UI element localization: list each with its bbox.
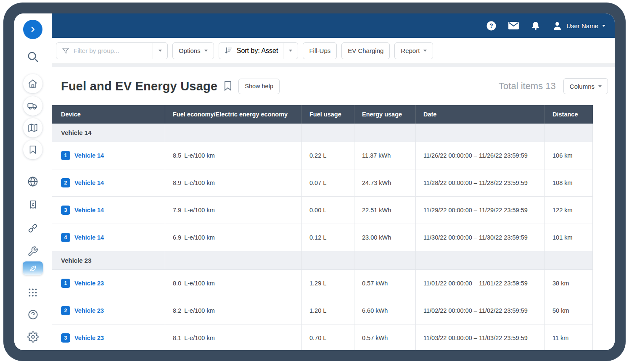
economy-value: 6.9 [173,234,181,241]
group-cell-empty [354,124,415,142]
column-header[interactable]: Energy usage [354,105,415,124]
group-cell-empty [165,251,301,269]
economy-cell: 8.0L-e/100 km [165,270,301,297]
columns-button[interactable]: Columns [563,78,608,94]
sidebar-item-sustainability[interactable] [23,261,43,275]
total-items: Total items 13 [499,81,556,92]
distance-cell: 106 km [544,142,593,169]
device-link[interactable]: Vehicle 23 [74,335,104,341]
column-header[interactable]: Device [52,105,165,124]
group-cell-empty [301,124,354,142]
fuel-usage-cell: 0.00 L [301,197,354,224]
sidebar-item-zones[interactable] [23,172,42,191]
distance-cell: 11 km [544,324,593,350]
sidebar-item-search[interactable] [23,47,42,66]
economy-unit: L-e/100 km [184,335,215,341]
truck-icon [27,100,39,112]
svg-text:?: ? [489,22,493,29]
sidebar-item-expand[interactable] [23,20,42,39]
filter-group [56,42,168,59]
page-title: Fuel and EV Energy Usage [61,79,217,93]
sidebar-item-apps[interactable] [23,283,42,302]
energy-usage-cell: 23.00 kWh [354,224,415,251]
show-help-button[interactable]: Show help [238,79,280,94]
device-link[interactable]: Vehicle 23 [74,280,104,287]
user-menu[interactable]: User Name [552,21,605,31]
table-row: 3Vehicle 147.9L-e/100 km0.00 L22.51 kWh1… [52,197,593,224]
date-cell: 11/28/22 00:00:00 – 11/28/22 23:59:59 [415,169,544,196]
user-name: User Name [566,22,598,29]
device-cell: 2Vehicle 14 [52,169,165,196]
sort-dropdown-toggle[interactable] [283,43,298,59]
group-cell-empty [165,124,301,142]
sidebar-item-support[interactable] [23,305,42,324]
sidebar-item-vehicles[interactable] [23,96,42,116]
sidebar-item-home[interactable] [23,74,42,93]
distance-cell: 101 km [544,224,593,251]
fill-ups-label: Fill-Ups [309,47,330,54]
column-header[interactable]: Date [415,105,544,124]
group-cell-empty [415,251,544,269]
title-right: Total items 13 Columns [499,78,608,94]
device-link[interactable]: Vehicle 14 [74,152,104,159]
bell-icon[interactable] [531,21,541,31]
title-row: Fuel and EV Energy Usage Show help Total… [52,67,615,105]
energy-usage-cell: 11.37 kWh [354,142,415,169]
bookmark-icon[interactable] [223,81,233,93]
energy-usage-cell: 24.73 kWh [354,169,415,196]
help-circle-icon[interactable]: ? [486,21,497,31]
sort-label: Sort by: Asset [237,47,278,55]
row-index-badge: 1 [61,279,70,288]
chevron-right-icon [29,26,37,33]
options-button[interactable]: Options [172,42,214,59]
column-header[interactable]: Fuel usage [301,105,354,124]
fuel-usage-cell: 0.22 L [301,142,354,169]
mail-icon[interactable] [508,21,519,30]
economy-value: 8.9 [173,179,181,186]
economy-value: 7.9 [173,207,181,214]
sidebar-item-bookmarks[interactable] [23,140,42,159]
fuel-usage-cell: 0.70 L [301,324,354,350]
sidebar-item-settings[interactable] [23,327,42,346]
fuel-usage-cell: 1.29 L [301,270,354,297]
row-index-badge: 4 [61,233,70,242]
economy-unit: L-e/100 km [184,307,215,314]
row-index-badge: 3 [61,333,70,343]
device-link[interactable]: Vehicle 14 [74,234,104,241]
sidebar-item-rules[interactable] [23,195,42,214]
column-header[interactable]: Fuel economy/Electric energy economy [165,105,301,124]
row-index-badge: 2 [61,306,70,315]
economy-value: 8.0 [173,280,181,287]
distance-cell: 50 km [544,297,593,324]
sidebar-item-maintenance[interactable] [23,242,42,261]
chevron-down-icon [598,85,602,87]
table-row: 1Vehicle 238.0L-e/100 km1.29 L0.57 kWh11… [52,270,593,297]
column-header[interactable]: Distance [544,105,593,124]
table-row: 1Vehicle 148.5L-e/100 km0.22 L11.37 kWh1… [52,142,593,169]
ev-charging-button[interactable]: EV Charging [341,42,390,59]
search-icon [26,50,39,63]
sidebar-item-map[interactable] [23,118,42,137]
options-label: Options [179,47,201,54]
device-link[interactable]: Vehicle 14 [74,179,104,186]
sort-by-button[interactable]: Sort by: Asset [219,43,283,59]
sidebar-item-links[interactable] [23,219,42,238]
group-cell-empty [415,124,544,142]
report-button[interactable]: Report [394,42,433,59]
receipt-icon [28,200,38,210]
bookmark-icon [28,145,38,155]
device-link[interactable]: Vehicle 23 [74,307,104,314]
table-row: 2Vehicle 238.2L-e/100 km1.20 L6.60 kWh11… [52,297,593,324]
fill-ups-button[interactable]: Fill-Ups [303,42,337,59]
filter-by-group-input[interactable] [74,47,141,54]
device-cell: 3Vehicle 14 [52,197,165,224]
sort-group: Sort by: Asset [219,42,299,59]
date-cell: 11/26/22 00:00:00 – 11/26/22 23:59:59 [415,142,544,169]
economy-value: 8.2 [173,307,181,314]
group-cell-empty [544,124,593,142]
show-help-label: Show help [245,83,273,90]
economy-value: 8.1 [173,335,181,341]
device-link[interactable]: Vehicle 14 [74,207,104,214]
link-icon [27,222,39,234]
filter-dropdown-toggle[interactable] [153,43,167,59]
